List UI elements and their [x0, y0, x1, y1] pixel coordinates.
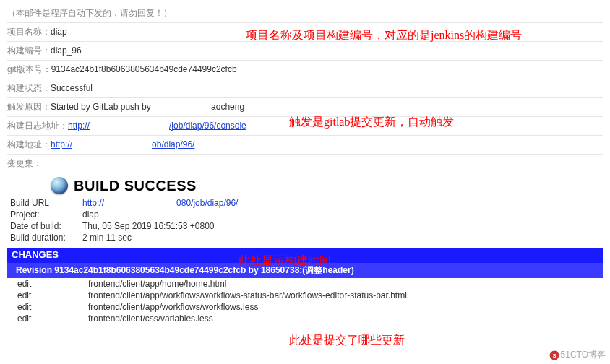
- build-url-link[interactable]: http://ob/diap/96/: [51, 139, 194, 150]
- change-op: edit: [7, 278, 80, 290]
- rev-msg: (调整header): [302, 265, 353, 275]
- table-row: editfrontend/client/css/variables.less: [7, 313, 603, 324]
- row-project-name: 项目名称： diap: [7, 22, 603, 41]
- redacted: [72, 142, 152, 149]
- build-duration-label: Build duration:: [10, 232, 82, 243]
- change-op: edit: [7, 301, 80, 313]
- trigger-prefix: Started by GitLab push by: [51, 102, 153, 112]
- build-success-block: BUILD SUCCESS: [7, 173, 603, 196]
- rev-prefix: Revision: [16, 265, 54, 275]
- change-path: frontend/client/app/workflows/workflows-…: [80, 290, 603, 301]
- change-path: frontend/client/css/variables.less: [80, 313, 603, 324]
- table-row: editfrontend/client/app/home/home.html: [7, 278, 603, 290]
- value-build-no: diap_96: [51, 46, 82, 56]
- label-trigger: 触发原因：: [7, 101, 51, 113]
- redacted: [90, 123, 169, 130]
- build-url-label: Build URL: [10, 197, 82, 209]
- build-date-label: Date of build:: [10, 220, 82, 232]
- row-git: git版本号： 9134ac24b1f8b6063805634b49cde744…: [7, 60, 603, 79]
- row-build-no: 构建编号： diap_96: [7, 41, 603, 60]
- changeset-label: 变更集：: [7, 154, 603, 173]
- build-project-value: diap: [82, 209, 242, 220]
- build-url-seg1: http://: [82, 198, 104, 208]
- table-row: Build URL http://080/job/diap/96/: [10, 197, 242, 209]
- build-duration-value: 2 min 11 sec: [82, 232, 242, 243]
- value-status: Successful: [51, 83, 93, 93]
- change-op: edit: [7, 290, 80, 301]
- redacted: [153, 104, 211, 111]
- value-project-name: diap: [51, 27, 67, 37]
- label-status: 构建状态：: [7, 82, 51, 95]
- change-path: frontend/client/app/home/home.html: [80, 278, 603, 290]
- table-row: editfrontend/client/app/workflows/workfl…: [7, 301, 603, 313]
- label-build-url: 构建地址：: [7, 139, 51, 151]
- auto-mail-notice: （本邮件是程序自动下发的，请勿回复！）: [7, 4, 603, 22]
- row-trigger: 触发原因： Started by GitLab push by aocheng: [7, 98, 603, 116]
- status-ball-icon: [51, 177, 68, 194]
- table-row: Project: diap: [10, 209, 242, 220]
- log-url-p1: http://: [68, 121, 90, 131]
- revision-header: Revision 9134ac24b1f8b6063805634b49cde74…: [7, 263, 603, 278]
- build-url-p1: http://: [51, 139, 72, 150]
- rev-hash: 9134ac24b1f8b6063805634b49cde74499c2cfcb: [54, 265, 246, 275]
- build-date-value: Thu, 05 Sep 2019 16:51:53 +0800: [82, 220, 242, 232]
- svg-text:S: S: [552, 353, 556, 358]
- table-row: Date of build: Thu, 05 Sep 2019 16:51:53…: [10, 220, 242, 232]
- build-info-table: Build URL http://080/job/diap/96/ Projec…: [10, 197, 242, 243]
- value-git: 9134ac24b1f8b6063805634b49cde74499c2cfcb: [51, 64, 237, 74]
- redacted: [104, 200, 176, 207]
- label-git: git版本号：: [7, 64, 51, 76]
- changes-table: editfrontend/client/app/home/home.html e…: [7, 278, 603, 324]
- build-url-seg2: 080/job/diap/96/: [176, 198, 238, 208]
- build-url-p2: ob/diap/96/: [152, 139, 194, 150]
- label-log-url: 构建日志地址：: [7, 120, 68, 132]
- rev-author: 18650738:: [261, 265, 302, 275]
- annotation-4: 此处是提交了哪些更新: [289, 332, 405, 348]
- rev-by: by: [246, 265, 261, 275]
- log-url-p2: /job/diap/96/console: [169, 121, 246, 131]
- build-result-url-link[interactable]: http://080/job/diap/96/: [82, 198, 238, 208]
- watermark: S 51CTO博客: [549, 349, 606, 361]
- changes-header: CHANGES: [7, 248, 603, 263]
- watermark-logo-icon: S: [549, 350, 559, 360]
- table-row: Build duration: 2 min 11 sec: [10, 232, 242, 243]
- build-success-title: BUILD SUCCESS: [74, 178, 197, 194]
- log-url-link[interactable]: http:///job/diap/96/console: [68, 121, 246, 131]
- watermark-text: 51CTO博客: [561, 350, 606, 360]
- row-status: 构建状态： Successful: [7, 79, 603, 98]
- change-op: edit: [7, 313, 80, 324]
- row-build-url: 构建地址： http://ob/diap/96/: [7, 135, 603, 154]
- build-project-label: Project:: [10, 209, 82, 220]
- label-project-name: 项目名称：: [7, 26, 51, 38]
- change-path: frontend/client/app/workflows/workflows.…: [80, 301, 603, 313]
- table-row: editfrontend/client/app/workflows/workfl…: [7, 290, 603, 301]
- label-build-no: 构建编号：: [7, 45, 51, 57]
- row-log-url: 构建日志地址： http:///job/diap/96/console: [7, 116, 603, 135]
- trigger-user: aocheng: [211, 102, 244, 112]
- value-trigger: Started by GitLab push by aocheng: [51, 102, 244, 112]
